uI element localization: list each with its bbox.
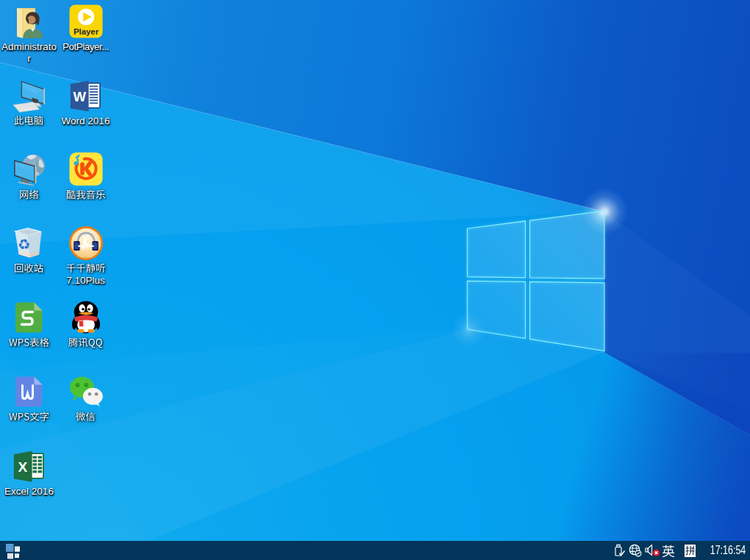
svg-text:X: X <box>18 459 27 474</box>
svg-text:W: W <box>73 88 86 104</box>
svg-text:Player: Player <box>73 27 99 36</box>
